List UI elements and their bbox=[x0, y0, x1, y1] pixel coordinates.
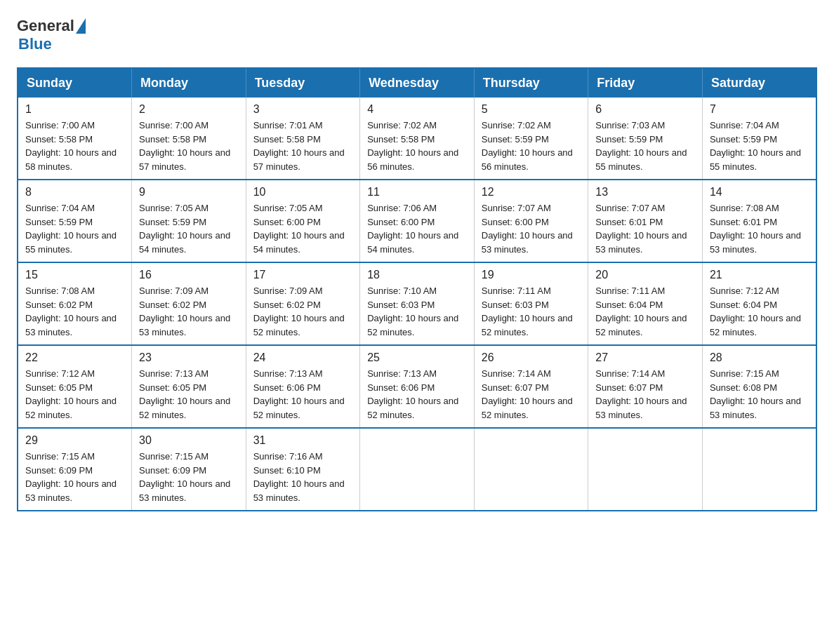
calendar-cell: 6 Sunrise: 7:03 AMSunset: 5:59 PMDayligh… bbox=[588, 98, 703, 180]
day-number: 9 bbox=[139, 186, 239, 199]
day-info: Sunrise: 7:03 AMSunset: 5:59 PMDaylight:… bbox=[595, 120, 687, 172]
day-number: 5 bbox=[482, 103, 581, 116]
calendar-cell: 8 Sunrise: 7:04 AMSunset: 5:59 PMDayligh… bbox=[18, 180, 132, 262]
calendar-cell: 20 Sunrise: 7:11 AMSunset: 6:04 PMDaylig… bbox=[588, 262, 703, 345]
day-number: 22 bbox=[25, 351, 124, 364]
day-info: Sunrise: 7:09 AMSunset: 6:02 PMDaylight:… bbox=[253, 286, 345, 337]
day-info: Sunrise: 7:05 AMSunset: 6:00 PMDaylight:… bbox=[253, 203, 345, 255]
day-info: Sunrise: 7:02 AMSunset: 5:58 PMDaylight:… bbox=[367, 120, 458, 172]
calendar-cell: 2 Sunrise: 7:00 AMSunset: 5:58 PMDayligh… bbox=[132, 98, 246, 180]
calendar-week-row: 22 Sunrise: 7:12 AMSunset: 6:05 PMDaylig… bbox=[18, 345, 816, 428]
day-number: 17 bbox=[253, 269, 353, 281]
logo: General Blue bbox=[17, 17, 86, 53]
calendar-week-row: 1 Sunrise: 7:00 AMSunset: 5:58 PMDayligh… bbox=[18, 98, 816, 180]
calendar-cell: 23 Sunrise: 7:13 AMSunset: 6:05 PMDaylig… bbox=[132, 345, 246, 428]
day-number: 20 bbox=[595, 269, 695, 281]
calendar-cell: 1 Sunrise: 7:00 AMSunset: 5:58 PMDayligh… bbox=[18, 98, 132, 180]
weekday-header-monday: Monday bbox=[132, 68, 246, 98]
calendar-cell: 11 Sunrise: 7:06 AMSunset: 6:00 PMDaylig… bbox=[360, 180, 475, 262]
calendar-cell: 25 Sunrise: 7:13 AMSunset: 6:06 PMDaylig… bbox=[360, 345, 475, 428]
calendar-cell: 22 Sunrise: 7:12 AMSunset: 6:05 PMDaylig… bbox=[18, 345, 132, 428]
day-info: Sunrise: 7:15 AMSunset: 6:09 PMDaylight:… bbox=[139, 451, 230, 503]
calendar-week-row: 8 Sunrise: 7:04 AMSunset: 5:59 PMDayligh… bbox=[18, 180, 816, 262]
day-info: Sunrise: 7:16 AMSunset: 6:10 PMDaylight:… bbox=[253, 451, 345, 503]
day-number: 13 bbox=[595, 186, 695, 199]
day-number: 29 bbox=[25, 434, 124, 447]
calendar-cell: 19 Sunrise: 7:11 AMSunset: 6:03 PMDaylig… bbox=[474, 262, 588, 345]
day-number: 16 bbox=[139, 269, 239, 281]
day-info: Sunrise: 7:07 AMSunset: 6:00 PMDaylight:… bbox=[482, 203, 573, 255]
calendar-week-row: 15 Sunrise: 7:08 AMSunset: 6:02 PMDaylig… bbox=[18, 262, 816, 345]
day-info: Sunrise: 7:09 AMSunset: 6:02 PMDaylight:… bbox=[139, 286, 230, 337]
day-number: 15 bbox=[25, 269, 124, 281]
weekday-header-thursday: Thursday bbox=[474, 68, 588, 98]
calendar-cell: 28 Sunrise: 7:15 AMSunset: 6:08 PMDaylig… bbox=[702, 345, 816, 428]
day-info: Sunrise: 7:11 AMSunset: 6:03 PMDaylight:… bbox=[482, 286, 573, 337]
calendar-cell: 12 Sunrise: 7:07 AMSunset: 6:00 PMDaylig… bbox=[474, 180, 588, 262]
calendar-cell: 26 Sunrise: 7:14 AMSunset: 6:07 PMDaylig… bbox=[474, 345, 588, 428]
calendar-cell bbox=[360, 428, 475, 511]
day-info: Sunrise: 7:05 AMSunset: 5:59 PMDaylight:… bbox=[139, 203, 230, 255]
day-number: 21 bbox=[710, 269, 809, 281]
calendar-cell: 17 Sunrise: 7:09 AMSunset: 6:02 PMDaylig… bbox=[246, 262, 360, 345]
day-info: Sunrise: 7:06 AMSunset: 6:00 PMDaylight:… bbox=[367, 203, 458, 255]
day-info: Sunrise: 7:15 AMSunset: 6:09 PMDaylight:… bbox=[25, 451, 117, 503]
day-number: 23 bbox=[139, 351, 239, 364]
calendar-cell: 18 Sunrise: 7:10 AMSunset: 6:03 PMDaylig… bbox=[360, 262, 475, 345]
day-number: 6 bbox=[595, 103, 695, 116]
calendar-cell: 29 Sunrise: 7:15 AMSunset: 6:09 PMDaylig… bbox=[18, 428, 132, 511]
calendar-cell: 4 Sunrise: 7:02 AMSunset: 5:58 PMDayligh… bbox=[360, 98, 475, 180]
day-number: 26 bbox=[482, 351, 581, 364]
day-number: 14 bbox=[710, 186, 809, 199]
day-number: 4 bbox=[367, 103, 467, 116]
weekday-header-sunday: Sunday bbox=[18, 68, 132, 98]
weekday-header-wednesday: Wednesday bbox=[360, 68, 475, 98]
day-info: Sunrise: 7:02 AMSunset: 5:59 PMDaylight:… bbox=[482, 120, 573, 172]
day-info: Sunrise: 7:08 AMSunset: 6:02 PMDaylight:… bbox=[25, 286, 117, 337]
day-number: 18 bbox=[367, 269, 467, 281]
weekday-header-tuesday: Tuesday bbox=[246, 68, 360, 98]
logo-text-general: General bbox=[17, 17, 74, 35]
calendar-cell: 27 Sunrise: 7:14 AMSunset: 6:07 PMDaylig… bbox=[588, 345, 703, 428]
calendar-cell: 30 Sunrise: 7:15 AMSunset: 6:09 PMDaylig… bbox=[132, 428, 246, 511]
calendar-cell: 9 Sunrise: 7:05 AMSunset: 5:59 PMDayligh… bbox=[132, 180, 246, 262]
day-info: Sunrise: 7:13 AMSunset: 6:06 PMDaylight:… bbox=[367, 368, 458, 420]
day-number: 30 bbox=[139, 434, 239, 447]
day-info: Sunrise: 7:08 AMSunset: 6:01 PMDaylight:… bbox=[710, 203, 801, 255]
day-info: Sunrise: 7:00 AMSunset: 5:58 PMDaylight:… bbox=[25, 120, 117, 172]
day-info: Sunrise: 7:10 AMSunset: 6:03 PMDaylight:… bbox=[367, 286, 458, 337]
calendar-cell: 16 Sunrise: 7:09 AMSunset: 6:02 PMDaylig… bbox=[132, 262, 246, 345]
calendar-cell: 10 Sunrise: 7:05 AMSunset: 6:00 PMDaylig… bbox=[246, 180, 360, 262]
day-info: Sunrise: 7:13 AMSunset: 6:06 PMDaylight:… bbox=[253, 368, 345, 420]
day-info: Sunrise: 7:14 AMSunset: 6:07 PMDaylight:… bbox=[595, 368, 687, 420]
calendar-cell: 15 Sunrise: 7:08 AMSunset: 6:02 PMDaylig… bbox=[18, 262, 132, 345]
calendar-table: SundayMondayTuesdayWednesdayThursdayFrid… bbox=[17, 67, 817, 511]
calendar-cell: 21 Sunrise: 7:12 AMSunset: 6:04 PMDaylig… bbox=[702, 262, 816, 345]
day-number: 2 bbox=[139, 103, 239, 116]
day-info: Sunrise: 7:01 AMSunset: 5:58 PMDaylight:… bbox=[253, 120, 345, 172]
day-info: Sunrise: 7:12 AMSunset: 6:04 PMDaylight:… bbox=[710, 286, 801, 337]
calendar-cell bbox=[588, 428, 703, 511]
day-number: 25 bbox=[367, 351, 467, 364]
calendar-cell: 14 Sunrise: 7:08 AMSunset: 6:01 PMDaylig… bbox=[702, 180, 816, 262]
calendar-cell: 31 Sunrise: 7:16 AMSunset: 6:10 PMDaylig… bbox=[246, 428, 360, 511]
day-number: 1 bbox=[25, 103, 124, 116]
weekday-header-friday: Friday bbox=[588, 68, 703, 98]
day-info: Sunrise: 7:07 AMSunset: 6:01 PMDaylight:… bbox=[595, 203, 687, 255]
day-number: 10 bbox=[253, 186, 353, 199]
logo-triangle-icon bbox=[76, 18, 86, 34]
day-info: Sunrise: 7:04 AMSunset: 5:59 PMDaylight:… bbox=[710, 120, 801, 172]
weekday-header-saturday: Saturday bbox=[702, 68, 816, 98]
day-number: 8 bbox=[25, 186, 124, 199]
day-number: 19 bbox=[482, 269, 581, 281]
day-number: 3 bbox=[253, 103, 353, 116]
day-info: Sunrise: 7:12 AMSunset: 6:05 PMDaylight:… bbox=[25, 368, 117, 420]
calendar-cell: 7 Sunrise: 7:04 AMSunset: 5:59 PMDayligh… bbox=[702, 98, 816, 180]
day-number: 11 bbox=[367, 186, 467, 199]
calendar-cell: 3 Sunrise: 7:01 AMSunset: 5:58 PMDayligh… bbox=[246, 98, 360, 180]
calendar-cell bbox=[702, 428, 816, 511]
day-info: Sunrise: 7:11 AMSunset: 6:04 PMDaylight:… bbox=[595, 286, 687, 337]
day-info: Sunrise: 7:00 AMSunset: 5:58 PMDaylight:… bbox=[139, 120, 230, 172]
calendar-cell: 24 Sunrise: 7:13 AMSunset: 6:06 PMDaylig… bbox=[246, 345, 360, 428]
calendar-cell: 5 Sunrise: 7:02 AMSunset: 5:59 PMDayligh… bbox=[474, 98, 588, 180]
